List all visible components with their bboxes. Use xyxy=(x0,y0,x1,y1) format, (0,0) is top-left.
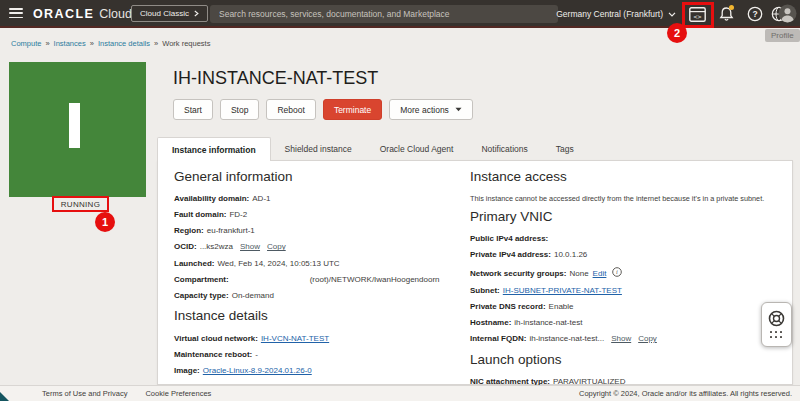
field-maintenance-reboot: Maintenance reboot:- xyxy=(174,350,460,360)
field-label: Image: xyxy=(174,366,200,375)
field-label: Fault domain: xyxy=(174,210,226,219)
annotation-box-step1: RUNNING xyxy=(52,196,109,212)
instance-glyph xyxy=(69,103,80,148)
tab-notifications[interactable]: Notifications xyxy=(467,137,541,161)
region-selector[interactable]: Germany Central (Frankfurt) xyxy=(556,9,676,19)
breadcrumb-separator: » xyxy=(154,39,158,48)
terminate-button[interactable]: Terminate xyxy=(323,99,382,120)
tab-shielded-instance[interactable]: Shielded instance xyxy=(271,137,366,161)
primary-vnic-heading: Primary VNIC xyxy=(470,209,788,225)
copyright-text: Copyright © 2024, Oracle and/or its affi… xyxy=(579,389,792,398)
field-label: Internal FQDN: xyxy=(470,334,526,343)
stop-button[interactable]: Stop xyxy=(220,99,260,120)
help-icon[interactable]: ? xyxy=(746,5,764,23)
field-hostname: Hostname:ih-instance-nat-test xyxy=(470,318,788,328)
field-value: (root)/NETWORK/IwanHoogendoorn xyxy=(310,275,440,284)
edit-link[interactable]: Edit xyxy=(593,269,607,278)
field-label: Region: xyxy=(174,226,204,235)
breadcrumb-compute[interactable]: Compute xyxy=(11,39,41,48)
svg-text:?: ? xyxy=(752,9,757,19)
breadcrumb-separator: » xyxy=(90,39,94,48)
left-column: General information Availability domain:… xyxy=(174,169,460,382)
field-ocid: OCID:...ks2wzaShowCopy xyxy=(174,242,460,252)
field-value: ih-instance-nat-test xyxy=(514,318,582,327)
field-value: On-demand xyxy=(232,291,274,300)
info-icon[interactable]: i xyxy=(612,270,622,279)
field-availability-domain: Availability domain:AD-1 xyxy=(174,194,460,204)
general-information-heading: General information xyxy=(174,169,460,185)
copy-link[interactable]: Copy xyxy=(638,334,657,343)
field-value: AD-1 xyxy=(252,194,270,203)
subnet-link[interactable]: IH-SUBNET-PRIVATE-NAT-TEST xyxy=(503,286,622,295)
cloud-classic-label: Cloud Classic xyxy=(140,9,189,18)
right-column: Instance access This instance cannot be … xyxy=(470,169,788,393)
hamburger-menu-icon[interactable] xyxy=(9,8,23,20)
field-value: Wed, Feb 14, 2024, 10:05:13 UTC xyxy=(217,259,339,268)
notifications-bell-icon[interactable] xyxy=(717,5,735,23)
support-life-ring-icon[interactable] xyxy=(768,310,785,327)
field-compartment: Compartment:(root)/NETWORK/IwanHoogendoo… xyxy=(174,275,460,285)
cloud-classic-button[interactable]: Cloud Classic xyxy=(131,5,208,22)
field-virtual-cloud-network: Virtual cloud network:IH-VCN-NAT-TEST xyxy=(174,334,460,344)
more-actions-label: More actions xyxy=(400,105,449,115)
search-input[interactable] xyxy=(219,9,549,19)
field-label: Launched: xyxy=(174,259,214,268)
launch-options-heading: Launch options xyxy=(470,352,788,368)
instance-information-panel: General information Availability domain:… xyxy=(157,160,793,385)
field-value: 10.0.1.26 xyxy=(554,250,587,259)
field-label: Public IPv4 address: xyxy=(470,234,548,243)
field-network-security-groups: Network security groups:NoneEditi xyxy=(470,267,788,280)
instance-details-heading: Instance details xyxy=(174,308,460,324)
field-private-ipv4: Private IPv4 address:10.0.1.26 xyxy=(470,250,788,260)
vcn-link[interactable]: IH-VCN-NAT-TEST xyxy=(261,334,329,343)
breadcrumb-instance-details[interactable]: Instance details xyxy=(98,39,150,48)
field-private-dns-record: Private DNS record:Enable xyxy=(470,302,788,312)
field-value: FD-2 xyxy=(229,210,247,219)
field-region: Region:eu-frankfurt-1 xyxy=(174,226,460,236)
corner-widget-fragment xyxy=(0,392,9,401)
more-actions-button[interactable]: More actions xyxy=(389,99,473,120)
field-value: None xyxy=(569,269,588,278)
field-label: Capacity type: xyxy=(174,291,229,300)
breadcrumb-instances[interactable]: Instances xyxy=(54,39,86,48)
copy-link[interactable]: Copy xyxy=(267,242,286,251)
instance-access-heading: Instance access xyxy=(470,169,788,185)
field-label: Maintenance reboot: xyxy=(174,350,252,359)
tab-instance-information[interactable]: Instance information xyxy=(157,137,271,161)
field-capacity-type: Capacity type:On-demand xyxy=(174,291,460,301)
field-label: Availability domain: xyxy=(174,194,249,203)
instance-access-note: This instance cannot be accessed directl… xyxy=(470,194,788,203)
cookie-preferences-link[interactable]: Cookie Preferences xyxy=(145,389,211,398)
show-link[interactable]: Show xyxy=(611,334,631,343)
field-label: OCID: xyxy=(174,242,197,251)
region-label: Germany Central (Frankfurt) xyxy=(556,9,663,19)
field-public-ipv4: Public IPv4 address: xyxy=(470,234,788,244)
breadcrumb-separator: » xyxy=(45,39,49,48)
annotation-badge-step1: 1 xyxy=(95,212,115,232)
footer-links: Terms of Use and Privacy Cookie Preferen… xyxy=(42,389,211,398)
field-value: - xyxy=(255,350,258,359)
start-button[interactable]: Start xyxy=(173,99,213,120)
field-subnet: Subnet:IH-SUBNET-PRIVATE-NAT-TEST xyxy=(470,286,788,296)
field-label: Virtual cloud network: xyxy=(174,334,258,343)
tab-oracle-cloud-agent[interactable]: Oracle Cloud Agent xyxy=(366,137,468,161)
reboot-button[interactable]: Reboot xyxy=(266,99,315,120)
footer: Terms of Use and Privacy Cookie Preferen… xyxy=(0,385,800,401)
image-link[interactable]: Oracle-Linux-8.9-2024.01.26-0 xyxy=(203,366,312,375)
profile-avatar-icon[interactable] xyxy=(778,4,797,23)
field-launched: Launched:Wed, Feb 14, 2024, 10:05:13 UTC xyxy=(174,259,460,269)
field-image: Image:Oracle-Linux-8.9-2024.01.26-0 xyxy=(174,366,460,376)
search-bar xyxy=(210,5,558,23)
support-widget[interactable] xyxy=(761,302,792,347)
show-link[interactable]: Show xyxy=(240,242,260,251)
field-internal-fqdn: Internal FQDN:ih-instance-nat-test...Sho… xyxy=(470,334,788,344)
field-label: Hostname: xyxy=(470,318,511,327)
drag-dots-icon[interactable] xyxy=(770,331,783,339)
field-label: Compartment: xyxy=(174,275,229,284)
instance-status-square xyxy=(9,62,146,197)
notification-dot xyxy=(729,5,734,10)
terms-link[interactable]: Terms of Use and Privacy xyxy=(42,389,127,398)
tab-tags[interactable]: Tags xyxy=(542,137,588,161)
caret-down-icon xyxy=(455,107,462,112)
brand-cloud: Cloud xyxy=(99,7,132,21)
